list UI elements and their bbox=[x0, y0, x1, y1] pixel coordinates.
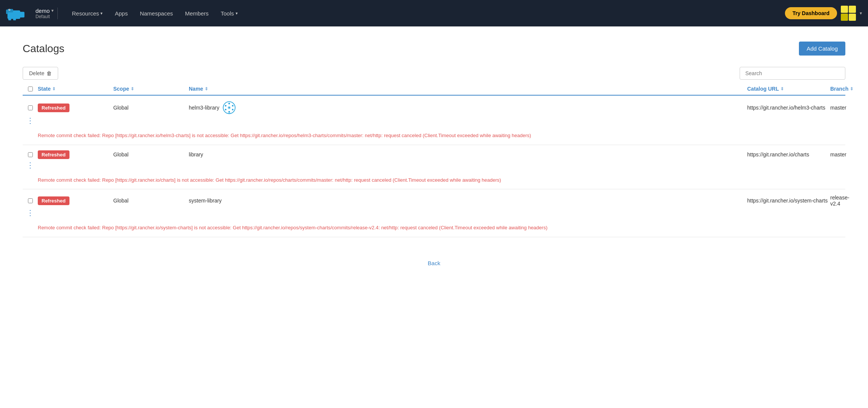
avatar-cell-4 bbox=[849, 14, 856, 21]
add-catalog-button[interactable]: Add Catalog bbox=[799, 42, 845, 56]
svg-point-11 bbox=[232, 109, 233, 110]
brand-section[interactable]: demo ▾ Default bbox=[32, 8, 58, 19]
row-name-2: library bbox=[189, 151, 747, 158]
user-avatar[interactable] bbox=[841, 6, 856, 21]
row-scope-1: Global bbox=[113, 105, 189, 111]
row-url-1: https://git.rancher.io/helm3-charts bbox=[747, 105, 830, 111]
row-branch-3: release-v2.4 bbox=[830, 195, 845, 207]
select-all-checkbox[interactable] bbox=[28, 87, 33, 91]
avatar-cell-2 bbox=[849, 6, 856, 13]
nav-apps[interactable]: Apps bbox=[109, 7, 133, 20]
nav-links: Resources ▾ Apps Namespaces Members Tool… bbox=[61, 7, 785, 20]
back-link[interactable]: Back bbox=[428, 260, 440, 266]
row-select-checkbox-1[interactable] bbox=[28, 105, 33, 110]
table-header: State ⇕ Scope ⇕ Name ⇕ Catalog URL ⇕ Bra… bbox=[23, 86, 845, 96]
svg-point-6 bbox=[9, 9, 10, 10]
row-select-checkbox-3[interactable] bbox=[28, 198, 33, 203]
toolbar: Delete 🗑 bbox=[23, 67, 845, 80]
svg-rect-3 bbox=[13, 16, 16, 20]
svg-rect-4 bbox=[8, 9, 13, 12]
svg-point-16 bbox=[228, 107, 230, 108]
svg-rect-2 bbox=[8, 16, 11, 20]
row-actions-1[interactable]: ⋮ bbox=[23, 114, 38, 127]
col-scope[interactable]: Scope ⇕ bbox=[113, 86, 189, 92]
row-name-1: helm3-library bbox=[189, 101, 747, 114]
user-chevron-icon[interactable]: ▾ bbox=[860, 11, 862, 16]
row-main-3: Refreshed Global system-library https://… bbox=[23, 189, 845, 224]
table-row: Refreshed Global library https://git.ran… bbox=[23, 145, 845, 190]
nav-tools[interactable]: Tools ▾ bbox=[216, 7, 243, 20]
avatar-cell-3 bbox=[841, 14, 848, 21]
brand-name: demo bbox=[35, 8, 50, 14]
catalogs-table: State ⇕ Scope ⇕ Name ⇕ Catalog URL ⇕ Bra… bbox=[23, 86, 845, 237]
row-state-3: Refreshed bbox=[38, 196, 113, 205]
state-badge-3: Refreshed bbox=[38, 196, 69, 205]
row-error-3: Remote commit check failed: Repo [https:… bbox=[23, 224, 845, 237]
brand-chevron-icon: ▾ bbox=[51, 8, 54, 13]
url-sort-icon: ⇕ bbox=[780, 87, 784, 91]
row-main-2: Refreshed Global library https://git.ran… bbox=[23, 145, 845, 176]
name-sort-icon: ⇕ bbox=[205, 87, 208, 91]
search-input[interactable] bbox=[740, 67, 845, 80]
row-checkbox-3[interactable] bbox=[23, 198, 38, 203]
row-branch-2: master bbox=[830, 151, 845, 158]
state-badge-1: Refreshed bbox=[38, 104, 69, 112]
navbar: demo ▾ Default Resources ▾ Apps Namespac… bbox=[0, 0, 868, 26]
col-branch[interactable]: Branch ⇕ bbox=[830, 86, 845, 92]
app-logo[interactable] bbox=[6, 4, 29, 23]
svg-point-10 bbox=[232, 105, 233, 107]
row-scope-3: Global bbox=[113, 198, 189, 204]
scope-sort-icon: ⇕ bbox=[131, 87, 134, 91]
delete-button[interactable]: Delete 🗑 bbox=[23, 67, 58, 80]
svg-point-13 bbox=[225, 109, 226, 110]
row-error-2: Remote commit check failed: Repo [https:… bbox=[23, 176, 845, 189]
state-badge-2: Refreshed bbox=[38, 150, 69, 159]
row-state-2: Refreshed bbox=[38, 150, 113, 159]
row-error-1: Remote commit check failed: Repo [https:… bbox=[23, 132, 845, 145]
row-url-3: https://git.rancher.io/system-charts bbox=[747, 198, 830, 204]
select-all-checkbox-header[interactable] bbox=[23, 86, 38, 92]
page-content: Catalogs Add Catalog Delete 🗑 State ⇕ Sc… bbox=[0, 26, 868, 281]
back-container: Back bbox=[23, 260, 845, 266]
table-row: Refreshed Global helm3-library bbox=[23, 96, 845, 145]
tools-chevron-icon: ▾ bbox=[236, 11, 238, 16]
svg-point-9 bbox=[228, 103, 230, 104]
state-sort-icon: ⇕ bbox=[52, 87, 56, 91]
page-title: Catalogs bbox=[23, 43, 65, 55]
svg-rect-1 bbox=[19, 12, 25, 17]
row-url-2: https://git.rancher.io/charts bbox=[747, 151, 830, 158]
row-checkbox-1[interactable] bbox=[23, 105, 38, 110]
branch-sort-icon: ⇕ bbox=[850, 87, 853, 91]
row-checkbox-2[interactable] bbox=[23, 152, 38, 157]
svg-point-14 bbox=[225, 105, 226, 107]
row-branch-1: master bbox=[830, 105, 845, 111]
row-action-menu-2[interactable]: ⋮ bbox=[23, 159, 37, 171]
row-scope-2: Global bbox=[113, 151, 189, 158]
brand-sub: Default bbox=[35, 14, 54, 19]
page-header: Catalogs Add Catalog bbox=[23, 42, 845, 56]
try-dashboard-button[interactable]: Try Dashboard bbox=[785, 7, 837, 19]
row-actions-3[interactable]: ⋮ bbox=[23, 207, 38, 219]
row-actions-2[interactable]: ⋮ bbox=[23, 159, 38, 171]
col-state[interactable]: State ⇕ bbox=[38, 86, 113, 92]
row-name-3: system-library bbox=[189, 198, 747, 204]
table-row: Refreshed Global system-library https://… bbox=[23, 189, 845, 237]
row-state-1: Refreshed bbox=[38, 104, 113, 112]
avatar-cell-1 bbox=[841, 6, 848, 13]
nav-members[interactable]: Members bbox=[180, 7, 214, 20]
col-name[interactable]: Name ⇕ bbox=[189, 86, 747, 92]
helm-icon-1: V3 bbox=[222, 101, 236, 114]
row-action-menu-1[interactable]: ⋮ bbox=[23, 114, 37, 127]
nav-namespaces[interactable]: Namespaces bbox=[134, 7, 178, 20]
navbar-right: Try Dashboard ▾ bbox=[785, 6, 862, 21]
trash-icon: 🗑 bbox=[46, 70, 52, 76]
row-main-1: Refreshed Global helm3-library bbox=[23, 96, 845, 132]
svg-text:V3: V3 bbox=[228, 112, 230, 114]
row-select-checkbox-2[interactable] bbox=[28, 152, 33, 157]
resources-chevron-icon: ▾ bbox=[100, 11, 103, 16]
col-url[interactable]: Catalog URL ⇕ bbox=[747, 86, 830, 92]
nav-resources[interactable]: Resources ▾ bbox=[67, 7, 108, 20]
row-action-menu-3[interactable]: ⋮ bbox=[23, 207, 37, 219]
